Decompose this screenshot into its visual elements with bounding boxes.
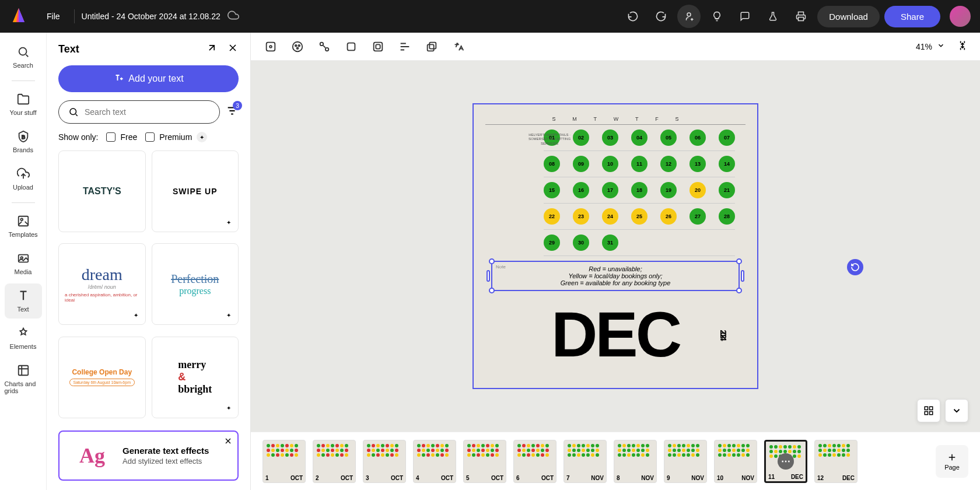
generate-effects-card[interactable]: Ag Generate text effects Add stylized te… [58,430,239,481]
svg-rect-21 [429,42,436,48]
month-title[interactable]: DEC 2024 [485,297,746,371]
comment-icon[interactable] [733,5,757,28]
svg-rect-4 [18,216,28,226]
page-thumbnail[interactable]: 1OCT [262,440,306,483]
text-panel: Text Add your text 3 Show only: Free Pre… [47,33,251,490]
color-tool[interactable] [289,38,306,55]
show-only-label: Show only: [58,132,98,142]
reset-button[interactable] [847,259,863,275]
download-button[interactable]: Download [817,6,880,27]
app-logo [9,7,28,26]
chevron-down-button[interactable] [945,399,968,422]
fit-icon[interactable] [957,40,968,53]
thumbnail-strip: 1OCT2OCT3OCT4OCT5OCT6OCT7NOV8NOV9NOV10NO… [251,432,980,490]
note-box[interactable]: Note Red = unavailable; Yellow = local/d… [491,261,740,291]
translate-tool[interactable] [450,38,467,55]
nav-media[interactable]: Media [5,246,42,281]
template-card[interactable]: SWIPE UP✦ [152,150,239,232]
canvas-viewport[interactable]: HELYER'S HAPPY TAILS · SOMERSET PET-SITT… [251,61,980,432]
expand-icon[interactable] [206,42,218,56]
template-card[interactable]: College Open DaySaturday 6th August 10am… [58,337,146,418]
page-thumbnail[interactable]: 3OCT [363,440,406,483]
template-card[interactable]: Perfectionprogress✦ [152,243,239,325]
template-grid: TASTY'S SWIPE UP✦ dream/drēm/ nouna cher… [58,150,239,424]
redo-button[interactable] [649,5,673,28]
idea-icon[interactable] [705,5,729,28]
print-icon[interactable] [789,5,813,28]
nav-rail: Search Your stuff BBrands Upload Templat… [0,33,47,490]
grid-view-button[interactable] [917,399,940,422]
mask-tool[interactable] [370,38,386,55]
svg-rect-10 [267,42,275,51]
svg-text:B: B [21,134,24,140]
svg-point-15 [297,47,299,49]
file-menu[interactable]: File [40,7,67,26]
page-thumbnail[interactable]: 10NOV [714,440,757,483]
close-icon[interactable] [223,436,233,448]
layers-tool[interactable] [424,38,440,55]
user-avatar[interactable] [950,6,971,27]
beaker-icon[interactable] [761,5,785,28]
filter-button[interactable]: 3 [226,104,239,120]
align-tool[interactable] [397,38,413,55]
search-text-input[interactable] [58,100,220,124]
page-thumbnail[interactable]: 8NOV [614,440,657,483]
free-checkbox[interactable]: Free [106,132,137,142]
add-text-button[interactable]: Add your text [58,65,239,92]
cloud-status-icon[interactable] [228,9,239,23]
svg-point-0 [687,13,691,16]
svg-rect-1 [799,18,804,21]
year-label: 2024 [719,330,728,338]
template-card[interactable]: dream/drēm/ nouna cherished aspiration, … [58,243,146,325]
nav-your-stuff[interactable]: Your stuff [5,87,42,122]
canvas-page[interactable]: HELYER'S HAPPY TAILS · SOMERSET PET-SITT… [473,103,758,389]
add-page-button[interactable]: Page [936,445,968,478]
page-thumbnail[interactable]: 9NOV [664,440,707,483]
svg-point-11 [270,46,272,48]
svg-rect-8 [18,366,28,376]
share-button[interactable]: Share [884,6,940,27]
nav-templates[interactable]: Templates [5,209,42,244]
nav-charts[interactable]: Charts and grids [5,358,42,400]
invite-icon[interactable] [677,5,701,28]
page-thumbnail[interactable]: 11DEC⋯ [764,440,807,483]
filter-badge: 3 [233,101,242,110]
svg-point-13 [295,44,297,46]
nav-upload[interactable]: Upload [5,162,42,197]
zoom-chevron-icon[interactable] [937,41,945,51]
page-thumbnail[interactable]: 2OCT [313,440,356,483]
document-title[interactable]: Untitled - 24 October 2024 at 12.08.22 [82,12,220,21]
undo-button[interactable] [621,5,645,28]
svg-rect-25 [925,412,928,415]
premium-checkbox[interactable]: Premium✦ [145,132,207,142]
svg-point-17 [326,47,329,51]
svg-rect-22 [428,44,434,51]
zoom-level[interactable]: 41% [916,42,932,51]
calendar-header: SMTWTFS [485,116,746,125]
template-card[interactable]: TASTY'S [58,150,146,232]
svg-rect-18 [348,43,355,50]
shape-tool[interactable] [316,38,332,55]
nav-text[interactable]: Text [5,284,42,318]
template-card[interactable]: merry&bbright✦ [152,337,239,418]
svg-point-16 [320,42,324,46]
page-thumbnail[interactable]: 4OCT [413,440,456,483]
border-tool[interactable] [343,38,359,55]
page-thumbnail[interactable]: 12DEC [814,440,858,483]
effects-preview-icon: Ag [69,441,116,470]
nav-search[interactable]: Search [5,40,42,75]
svg-rect-24 [930,407,933,410]
nav-elements[interactable]: Elements [5,321,42,356]
svg-point-5 [20,218,23,220]
page-thumbnail[interactable]: 7NOV [564,440,607,483]
svg-rect-20 [376,44,380,48]
svg-point-2 [19,48,26,55]
crop-tool[interactable] [262,38,279,55]
page-thumbnail[interactable]: 6OCT [513,440,556,483]
svg-rect-26 [930,412,933,415]
close-panel-icon[interactable] [227,42,239,56]
nav-brands[interactable]: BBrands [5,124,42,159]
svg-rect-23 [925,407,928,410]
svg-rect-19 [374,42,383,51]
page-thumbnail[interactable]: 5OCT [463,440,506,483]
